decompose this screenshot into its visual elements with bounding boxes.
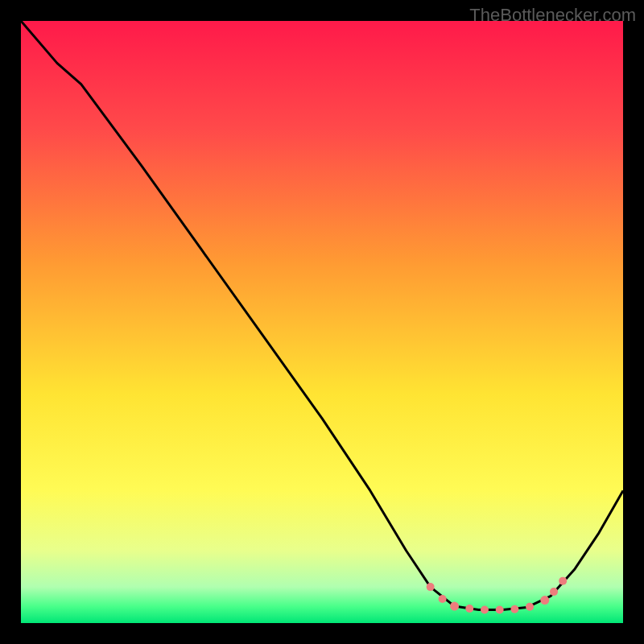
chart-marker — [550, 588, 558, 596]
chart-marker — [427, 583, 435, 591]
chart-marker — [481, 606, 489, 614]
chart-marker — [526, 603, 534, 611]
chart-marker — [510, 605, 518, 613]
chart-marker — [450, 602, 459, 611]
chart-marker — [559, 577, 567, 585]
chart-markers — [21, 21, 623, 623]
chart-marker — [540, 596, 549, 605]
chart-marker — [465, 605, 473, 613]
chart-plot-area — [21, 21, 623, 623]
watermark-text: TheBottlenecker.com — [469, 5, 636, 26]
chart-marker — [439, 595, 447, 603]
chart-marker — [496, 606, 504, 614]
